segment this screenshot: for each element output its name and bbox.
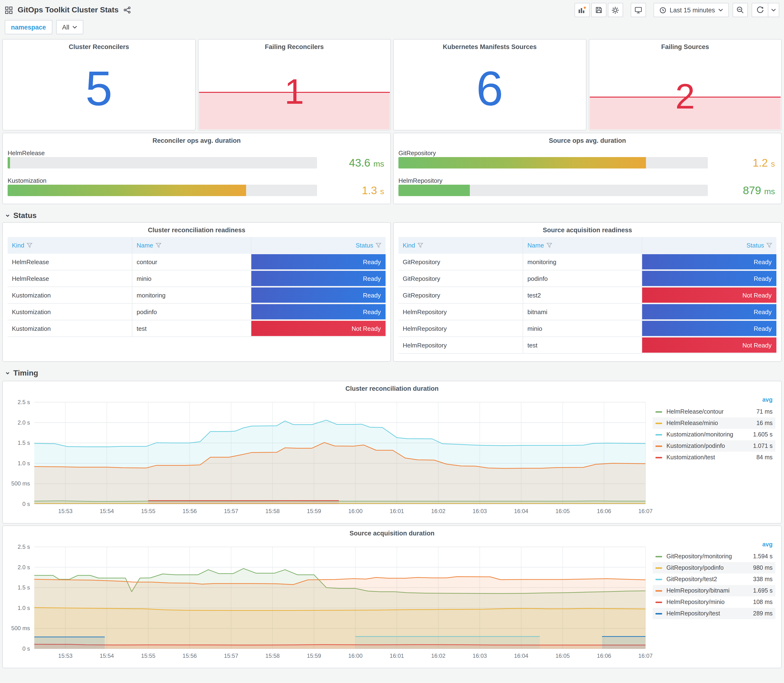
status-badge: Not Ready [642, 287, 776, 303]
panel-title[interactable]: Source acquisition readiness [394, 223, 781, 234]
column-header-label: Status [356, 242, 373, 249]
table-header-row: KindNameStatus [8, 237, 386, 254]
filter-icon[interactable] [546, 243, 552, 248]
status-badge: Ready [251, 271, 386, 286]
legend-item[interactable]: HelmRelease/minio16 ms [653, 417, 776, 429]
x-axis-tick-label: 16:06 [597, 508, 611, 514]
panel-title[interactable]: Cluster Reconcilers [3, 40, 195, 50]
panel-title[interactable]: Failing Sources [589, 40, 781, 50]
x-axis-tick-label: 15:55 [141, 653, 156, 659]
legend-avg-header[interactable]: avg [653, 541, 776, 551]
y-axis-tick-label: 500 ms [11, 625, 30, 632]
cell-status: Ready [642, 270, 776, 287]
table-row: GitRepositorymonitoringReady [398, 254, 776, 270]
legend-item[interactable]: HelmRepository/bitnami1.695 s [653, 585, 776, 596]
chevron-down-icon [771, 8, 776, 12]
share-icon[interactable] [123, 6, 131, 14]
status-section-toggle[interactable]: Status [0, 210, 784, 221]
save-button[interactable] [591, 3, 606, 17]
zoom-out-button[interactable] [733, 3, 748, 17]
column-header-kind[interactable]: Kind [398, 237, 523, 254]
cell-kind: HelmRelease [8, 254, 132, 270]
x-axis-tick-label: 15:57 [224, 653, 238, 659]
cell-kind: GitRepository [398, 270, 523, 287]
legend-item[interactable]: Kustomization/test84 ms [653, 452, 776, 463]
column-header-status[interactable]: Status [251, 237, 386, 254]
gauge-bar-track[interactable] [398, 157, 708, 168]
panel-title[interactable]: Source ops avg. duration [394, 133, 781, 144]
cell-name: monitoring [132, 287, 251, 304]
legend-series-swatch [656, 445, 662, 447]
namespace-variable-label[interactable]: namespace [5, 20, 52, 34]
stat-panels-row: Cluster Reconcilers5Failing Reconcilers1… [0, 39, 784, 130]
namespace-value-dropdown[interactable]: All [56, 20, 83, 34]
table-row: HelmReleasecontourReady [8, 254, 386, 270]
refresh-button[interactable] [752, 3, 768, 17]
cell-kind: HelmRelease [8, 270, 132, 287]
filter-icon[interactable] [27, 243, 32, 248]
tv-mode-button[interactable] [630, 3, 646, 17]
column-header-label: Name [136, 242, 153, 249]
cell-kind: HelmRepository [398, 304, 523, 320]
gauge-value-unit: ms [374, 159, 384, 168]
refresh-interval-button[interactable] [768, 3, 779, 17]
cell-name: contour [132, 254, 251, 270]
column-header-kind[interactable]: Kind [8, 237, 132, 254]
refresh-button-group [752, 3, 779, 17]
legend-item[interactable]: HelmRelease/contour71 ms [653, 406, 776, 417]
time-picker[interactable]: Last 15 minutes [653, 3, 729, 17]
x-axis-tick-label: 16:02 [431, 508, 445, 514]
legend-item[interactable]: HelmRepository/test289 ms [653, 608, 776, 619]
x-axis-tick-label: 15:58 [265, 508, 280, 514]
y-axis-tick-label: 1.0 s [18, 460, 30, 467]
legend-item[interactable]: GitRepository/monitoring1.594 s [653, 551, 776, 562]
stat-panel-1: Failing Reconcilers1 [198, 39, 391, 130]
legend-item[interactable]: Kustomization/monitoring1.605 s [653, 429, 776, 440]
add-panel-button[interactable] [574, 3, 590, 17]
timing-section-toggle[interactable]: Timing [0, 367, 784, 379]
cell-name: test [523, 337, 642, 354]
legend-item[interactable]: GitRepository/test2338 ms [653, 574, 776, 585]
table-row: HelmRepositorytestNot Ready [398, 337, 776, 354]
panel-title[interactable]: Kubernetes Manifests Sources [394, 40, 586, 50]
settings-button[interactable] [608, 3, 623, 17]
zoom-out-icon [736, 6, 744, 14]
chevron-down-icon [5, 370, 10, 376]
gauge-bar-track[interactable] [8, 157, 317, 168]
panel-title[interactable]: Reconciler ops avg. duration [3, 133, 390, 144]
panel-title[interactable]: Failing Reconcilers [198, 40, 390, 50]
cell-name: bitnami [523, 304, 642, 320]
namespace-value: All [62, 24, 69, 31]
stat-panel-0: Cluster Reconcilers5 [2, 39, 196, 130]
filter-icon[interactable] [375, 243, 381, 248]
legend-series-name: HelmRepository/bitnami [667, 587, 753, 594]
filter-icon[interactable] [417, 243, 423, 248]
panel-title[interactable]: Cluster reconciliation readiness [3, 223, 390, 234]
apps-icon[interactable] [5, 6, 13, 14]
column-header-name[interactable]: Name [132, 237, 251, 254]
panel-title[interactable]: Cluster reconciliation duration [3, 381, 781, 392]
status-badge: Ready [642, 304, 776, 319]
gauge-bar-track[interactable] [8, 185, 317, 196]
legend-avg-header[interactable]: avg [653, 396, 776, 406]
legend-item[interactable]: Kustomization/podinfo1.071 s [653, 440, 776, 452]
chevron-down-icon [5, 213, 10, 218]
x-axis-tick-label: 15:58 [265, 653, 280, 659]
cell-status: Ready [642, 254, 776, 270]
readiness-table: KindNameStatusHelmReleasecontourReadyHel… [8, 237, 386, 337]
gauge-bar-track[interactable] [398, 185, 708, 196]
legend-item[interactable]: GitRepository/podinfo980 ms [653, 562, 776, 574]
legend-series-avg: 1.071 s [753, 443, 773, 449]
gauge-bar-label: HelmRepository [398, 177, 443, 184]
dashboard-header: GitOps Toolkit Cluster Stats Last 15 min… [0, 0, 784, 16]
filter-icon[interactable] [766, 243, 772, 248]
column-header-name[interactable]: Name [523, 237, 642, 254]
legend-series-swatch [656, 434, 662, 435]
gauge-value-number: 1.2 [753, 157, 768, 169]
column-header-status[interactable]: Status [642, 237, 776, 254]
cell-name: test [132, 320, 251, 337]
table-row: KustomizationtestNot Ready [8, 320, 386, 337]
filter-icon[interactable] [156, 243, 161, 248]
legend-item[interactable]: HelmRepository/minio108 ms [653, 596, 776, 608]
panel-title[interactable]: Source acquisition duration [3, 526, 781, 537]
